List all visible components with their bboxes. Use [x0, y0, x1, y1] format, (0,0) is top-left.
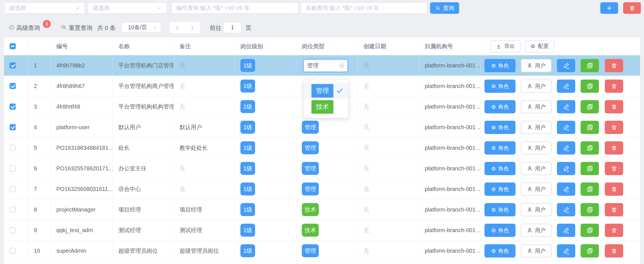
row-actions: ⚙角色用户	[481, 138, 640, 158]
chevron-right-icon[interactable]	[189, 25, 195, 30]
row-org: platform-branch-001 ...	[419, 179, 481, 199]
copy-button[interactable]	[581, 182, 599, 196]
circle-close-icon[interactable]	[339, 63, 345, 69]
role-button[interactable]: ⚙角色	[484, 121, 515, 134]
trash-icon	[611, 145, 617, 151]
edit-button[interactable]	[557, 59, 575, 72]
row-delete-button[interactable]	[605, 141, 623, 155]
row-name: 超级管理员岗位	[113, 241, 174, 261]
role-button[interactable]: ⚙角色	[484, 244, 515, 258]
edit-button[interactable]	[557, 162, 575, 175]
row-checkbox[interactable]	[10, 124, 16, 130]
copy-button[interactable]	[581, 203, 599, 216]
row-checkbox[interactable]	[10, 248, 16, 254]
row-index: 4	[28, 117, 51, 137]
copy-button[interactable]	[581, 80, 599, 93]
row-remark: 项目经理	[174, 199, 235, 220]
code-search-input[interactable]	[171, 2, 299, 14]
name-search-input[interactable]	[300, 2, 427, 14]
row-index: 2	[28, 76, 51, 96]
documents-icon	[587, 83, 593, 90]
copy-button[interactable]	[581, 121, 599, 134]
role-button[interactable]: ⚙角色	[484, 162, 515, 175]
select-all-checkbox[interactable]	[10, 43, 16, 49]
row-checkbox[interactable]	[10, 206, 16, 213]
type-option[interactable]: 技术	[304, 99, 348, 115]
row-delete-button[interactable]	[605, 162, 623, 175]
row-checkbox[interactable]	[10, 104, 16, 110]
role-button[interactable]: ⚙角色	[484, 203, 515, 216]
export-button[interactable]: 导出	[490, 40, 521, 52]
search-button[interactable]: 查询	[430, 2, 459, 14]
row-checkbox[interactable]	[10, 165, 16, 171]
row-delete-button[interactable]	[605, 224, 623, 237]
copy-button[interactable]	[581, 100, 599, 113]
reset-query-button[interactable]: 重置查询	[69, 24, 92, 32]
chevron-left-icon[interactable]	[174, 25, 180, 30]
role-button[interactable]: ⚙角色	[484, 59, 515, 72]
row-org: platform-branch-001 ...	[419, 55, 481, 76]
edit-button[interactable]	[557, 100, 575, 113]
row-checkbox[interactable]	[10, 186, 16, 192]
user-button[interactable]: 用户	[521, 203, 552, 216]
row-delete-button[interactable]	[605, 244, 623, 258]
add-button[interactable]	[600, 2, 618, 14]
row-checkbox[interactable]	[10, 62, 16, 69]
role-button[interactable]: ⚙角色	[484, 80, 515, 93]
config-button-label: 配置	[538, 43, 549, 50]
delete-button[interactable]	[623, 2, 641, 14]
user-button-label: 用户	[535, 124, 546, 131]
user-button[interactable]: 用户	[521, 100, 552, 113]
table-row: 7PO16325608031611...语合中心无1级管理无platform-b…	[4, 179, 640, 199]
edit-button[interactable]	[557, 121, 575, 134]
copy-button[interactable]	[581, 224, 599, 237]
copy-button[interactable]	[581, 244, 599, 258]
row-delete-button[interactable]	[605, 182, 623, 196]
trash-icon	[611, 124, 617, 131]
edit-button[interactable]	[557, 80, 575, 93]
role-button[interactable]: ⚙角色	[484, 224, 515, 237]
type-select[interactable]: 管理	[303, 59, 348, 72]
user-button[interactable]: 用户	[521, 121, 552, 134]
row-delete-button[interactable]	[605, 80, 623, 93]
row-delete-button[interactable]	[605, 100, 623, 113]
row-delete-button[interactable]	[605, 121, 623, 134]
table-row: 14fr8h798b2平台管理机构门店管理岗无1级管理无platform-bra…	[4, 55, 640, 76]
page: 请选择 请选择 查询 高级查询 1 重置查询 共	[0, 0, 644, 264]
row-checkbox[interactable]	[10, 227, 16, 233]
trash-icon	[629, 5, 635, 11]
role-button[interactable]: ⚙角色	[484, 141, 515, 155]
edit-button[interactable]	[557, 182, 575, 196]
user-button[interactable]: 用户	[521, 59, 552, 72]
user-button[interactable]: 用户	[521, 224, 552, 237]
row-checkbox[interactable]	[10, 145, 16, 151]
row-index: 9	[28, 220, 51, 240]
copy-button[interactable]	[581, 141, 599, 155]
user-button[interactable]: 用户	[521, 182, 552, 196]
role-button[interactable]: ⚙角色	[484, 100, 515, 113]
row-delete-button[interactable]	[605, 203, 623, 216]
edit-button[interactable]	[557, 224, 575, 237]
row-checkbox[interactable]	[10, 83, 16, 89]
goto-page-input[interactable]	[223, 22, 242, 33]
page-size-select[interactable]: 10条/页	[121, 22, 161, 33]
user-button[interactable]: 用户	[521, 244, 552, 258]
type-option[interactable]: 管理	[304, 83, 348, 99]
edit-button[interactable]	[557, 203, 575, 216]
advanced-query-button[interactable]: 高级查询	[16, 24, 40, 32]
role-button[interactable]: ⚙角色	[484, 182, 515, 196]
copy-button[interactable]	[581, 59, 599, 72]
row-delete-button[interactable]	[605, 59, 623, 72]
config-button[interactable]: ⚙配置	[525, 40, 554, 52]
org-filter-select[interactable]: 请选择	[4, 2, 85, 14]
row-type-cell: 技术	[296, 220, 358, 240]
user-button[interactable]: 用户	[521, 141, 552, 155]
person-icon	[527, 166, 533, 171]
edit-button[interactable]	[557, 141, 575, 155]
user-button[interactable]: 用户	[521, 162, 552, 175]
dept-filter-select[interactable]: 请选择	[88, 2, 167, 14]
copy-button[interactable]	[581, 162, 599, 175]
table-header: 编号名称备注岗位级别岗位类型创建日期归属机构号导出⚙配置	[4, 38, 640, 55]
user-button[interactable]: 用户	[521, 80, 552, 93]
edit-button[interactable]	[557, 244, 575, 258]
